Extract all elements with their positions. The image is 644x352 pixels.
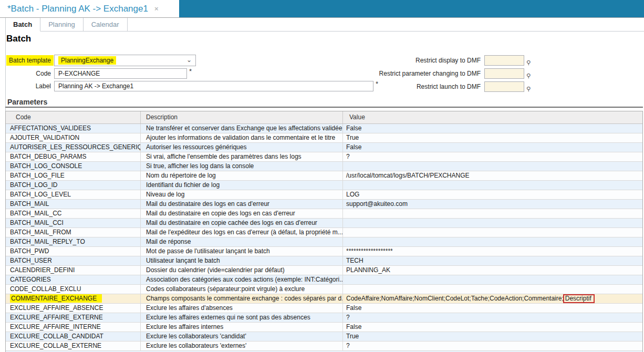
cell-code: CODE_COLLAB_EXCLU: [6, 285, 141, 294]
table-body: AFFECTATIONS_VALIDEESNe transférer et co…: [6, 124, 642, 352]
table-row[interactable]: CODE_COLLAB_EXCLUCodes collaborateurs (s…: [6, 285, 642, 294]
table-row[interactable]: AUTORISER_LES_RESSOURCES_GENERIQUESAutor…: [6, 143, 642, 152]
batch-template-select[interactable]: PlanningExchange ⌄: [54, 55, 196, 66]
table-row[interactable]: EXCLURE_AFFAIRE_EXTERNEExclure les affai…: [6, 313, 642, 323]
table-row[interactable]: BATCH_LOG_CONSOLESi true, afficher les l…: [6, 162, 642, 171]
cell-code: EXCLURE_AFFAIRE_INTERNE: [6, 323, 141, 332]
table-row[interactable]: BATCH_DEBUG_PARAMSSi vrai, affiche l'ens…: [6, 152, 642, 162]
table-row[interactable]: BATCH_PWDMot de passe de l'utilisateur l…: [6, 247, 642, 256]
restrict-parameter-changing-to-dmf-label: Restrict parameter changing to DMF: [347, 68, 481, 79]
table-row[interactable]: BATCH_MAIL_FROMMail de l'expéditeur des …: [6, 228, 642, 237]
table-row[interactable]: BATCH_MAIL_CCIMail du destinataire en co…: [6, 219, 642, 228]
close-icon[interactable]: ×: [154, 5, 159, 13]
document-tab-strip: *Batch - Planning AK -> Exchange1 ×: [0, 0, 644, 17]
restrict-launch-to-dmf-input[interactable]: [484, 81, 524, 92]
table-row[interactable]: CATEGORIESAssociation des catégories aux…: [6, 275, 642, 285]
tab-calendar[interactable]: Calendar: [84, 18, 128, 31]
restrict-parameter-changing-to-dmf-input[interactable]: [484, 68, 524, 79]
cell-code: CALENDRIER_DEFINI: [6, 266, 141, 275]
table-row[interactable]: BATCH_MAIL_REPLY_TOMail de réponse: [6, 237, 642, 247]
highlighted-code: COMMENTAIRE_EXCHANGE: [10, 294, 102, 303]
column-header-value[interactable]: Value: [343, 111, 642, 123]
cell-value: True: [343, 332, 642, 341]
cell-value: False: [343, 304, 642, 313]
cell-code: BATCH_LOG_FILE: [6, 171, 141, 180]
table-row[interactable]: EXCLURE_AFFAIRE_INTERNEExclure les affai…: [6, 323, 642, 332]
app-window: *Batch - Planning AK -> Exchange1 × Batc…: [0, 0, 644, 352]
table-row[interactable]: BATCH_USERUtilisateur lançant le batchTE…: [6, 256, 642, 266]
table-row[interactable]: BATCH_LOG_IDIdentifiant du fichier de lo…: [6, 181, 642, 190]
cell-code: AJOUTER_VALIDATION: [6, 133, 141, 142]
cell-value: [343, 237, 642, 246]
cell-description: Exclure les affaires externes qui ne son…: [141, 313, 343, 322]
cell-value: False: [343, 124, 642, 133]
cell-description: Ne transférer et conserver dans Exchange…: [141, 124, 343, 133]
chevron-down-icon: ⌄: [186, 56, 192, 64]
lookup-icon[interactable]: ⚲: [526, 86, 533, 92]
cell-value: *******************: [343, 247, 642, 256]
restrict-display-to-dmf-input[interactable]: [484, 55, 524, 66]
cell-code: BATCH_MAIL_REPLY_TO: [6, 237, 141, 246]
cell-description: Dossier du calendrier (vide=calendrier p…: [141, 266, 343, 275]
cell-description: Exclure les affaires internes: [141, 323, 343, 332]
lookup-icon[interactable]: ⚲: [526, 59, 533, 66]
column-header-description[interactable]: Description: [141, 111, 343, 123]
tab-batch[interactable]: Batch: [5, 18, 40, 32]
table-row[interactable]: EXCLURE_AFFAIRE_ABSENCEExclure les affai…: [6, 304, 642, 313]
lookup-icon[interactable]: ⚲: [526, 73, 533, 79]
cell-value: ?: [343, 341, 642, 350]
cell-value: [343, 219, 642, 227]
cell-description: Si true, afficher les log dans la consol…: [141, 162, 343, 171]
cell-value: [343, 285, 642, 294]
tab-planning[interactable]: Planning: [40, 18, 84, 31]
code-field[interactable]: P-EXCHANGE: [54, 68, 187, 79]
cell-description: Exclure les collaborateurs 'externes': [141, 341, 343, 350]
cell-description: Utilisateur lançant le batch: [141, 256, 343, 265]
table-row[interactable]: BATCH_MAILMail du destinataire des logs …: [6, 200, 642, 209]
label-label: Label: [6, 81, 51, 91]
cell-code: BATCH_MAIL_FROM: [6, 228, 141, 237]
cell-code: EXCLURE_COLLAB_CANDIDAT: [6, 332, 141, 341]
cell-description: Ajouter les informations de validation d…: [141, 133, 343, 142]
cell-code: BATCH_DEBUG_PARAMS: [6, 152, 141, 161]
cell-value: False: [343, 323, 642, 332]
cell-value: /usr/local/tomcat/logs/BATCH/PEXCHANGE: [343, 171, 642, 180]
cell-description: Exclure les affaires d'absences: [141, 304, 343, 313]
cell-code: EXCLURE_COLLAB_EXTERNE: [6, 341, 141, 350]
column-header-code[interactable]: Code: [6, 111, 141, 123]
cell-value: CodeAffaire;NomAffaire;NomClient;CodeLot…: [343, 294, 642, 303]
cell-code: BATCH_MAIL_CCI: [6, 219, 141, 227]
cell-description: Association des catégories aux codes act…: [141, 275, 343, 284]
table-row[interactable]: BATCH_LOG_FILENom du répertoire de log/u…: [6, 171, 642, 181]
cell-code: EXCLURE_AFFAIRE_EXTERNE: [6, 313, 141, 322]
cell-description: Mot de passe de l'utilisateur lançant le…: [141, 247, 343, 256]
table-row[interactable]: BATCH_LOG_LEVELNiveau de logLOG: [6, 190, 642, 200]
cell-code: CATEGORIES: [6, 275, 141, 284]
table-row[interactable]: AJOUTER_VALIDATIONAjouter les informatio…: [6, 133, 642, 143]
cell-value: [343, 181, 642, 190]
cell-description: Identifiant du fichier de log: [141, 181, 343, 190]
cell-code: EXCLURE_AFFAIRE_ABSENCE: [6, 304, 141, 313]
annotation-red-box: Descriptif: [563, 294, 595, 303]
table-row[interactable]: EXCLURE_COLLAB_EXTERNEExclure les collab…: [6, 341, 642, 351]
page-title: Batch: [6, 34, 31, 44]
cell-code: BATCH_LOG_ID: [6, 181, 141, 190]
cell-code: AFFECTATIONS_VALIDEES: [6, 124, 141, 133]
cell-description: Niveau de log: [141, 190, 343, 199]
cell-value: LOG: [343, 190, 642, 199]
document-tab[interactable]: *Batch - Planning AK -> Exchange1 ×: [0, 0, 179, 17]
cell-value: [343, 162, 642, 171]
cell-description: Champs composants le commentaire exchang…: [141, 294, 343, 303]
parameters-title: Parameters: [7, 98, 47, 106]
code-required-asterisk: *: [189, 67, 192, 75]
label-field[interactable]: Planning AK -> Exchange1: [54, 81, 373, 91]
cell-description: Exclure les collaborateurs 'candidat': [141, 332, 343, 341]
table-row[interactable]: COMMENTAIRE_EXCHANGEChamps composants le…: [6, 294, 642, 304]
table-row[interactable]: CALENDRIER_DEFINIDossier du calendrier (…: [6, 266, 642, 275]
table-row[interactable]: BATCH_MAIL_CCMail du destinataire en cop…: [6, 209, 642, 219]
table-row[interactable]: AFFECTATIONS_VALIDEESNe transférer et co…: [6, 124, 642, 133]
cell-description: Mail de l'expéditeur des logs en cas d'e…: [141, 228, 343, 237]
table-row[interactable]: EXCLURE_COLLAB_CANDIDATExclure les colla…: [6, 332, 642, 341]
cell-value: ?: [343, 313, 642, 322]
restrict-launch-to-dmf-label: Restrict launch to DMF: [347, 81, 481, 92]
